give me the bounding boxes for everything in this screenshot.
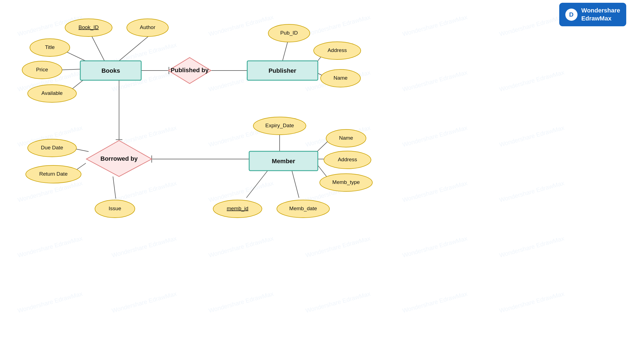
published-by-label: Published by <box>171 67 209 74</box>
memb-id-text: memb_id <box>227 206 248 212</box>
logo-icon: D <box>565 9 578 21</box>
price-text: Price <box>36 67 48 72</box>
svg-line-3 <box>60 69 80 70</box>
member-label: Member <box>272 158 295 165</box>
publisher-label: Publisher <box>269 67 297 74</box>
memb-date-text: Memb_date <box>289 206 317 212</box>
issue-text: Issue <box>109 206 121 211</box>
svg-line-1 <box>119 35 149 61</box>
logo-brand: Wondershare <box>581 7 620 15</box>
book-id-text: Book_ID <box>79 24 99 30</box>
borrowed-by-label: Borrowed by <box>100 155 138 162</box>
pub-id-text: Pub_ID <box>280 30 298 36</box>
return-date-text: Return Date <box>39 171 68 177</box>
pub-name-text: Name <box>334 75 348 81</box>
svg-line-21 <box>113 176 116 199</box>
logo-box: D Wondershare EdrawMax <box>559 3 626 26</box>
mem-address-text: Address <box>338 157 357 162</box>
books-label: Books <box>101 67 120 74</box>
logo-product: EdrawMax <box>581 15 620 23</box>
pub-address-text: Address <box>328 47 347 53</box>
title-text: Title <box>45 44 55 50</box>
available-text: Available <box>42 90 63 96</box>
expiry-date-text: Expiry_Date <box>265 123 294 129</box>
author-text: Author <box>140 24 156 30</box>
logo-text: Wondershare EdrawMax <box>581 7 620 22</box>
mem-name-text: Name <box>339 135 353 141</box>
memb-type-text: Memb_type <box>332 179 360 185</box>
er-diagram: Books Publisher Member Published by Borr… <box>0 0 629 364</box>
due-date-text: Due Date <box>41 145 63 150</box>
